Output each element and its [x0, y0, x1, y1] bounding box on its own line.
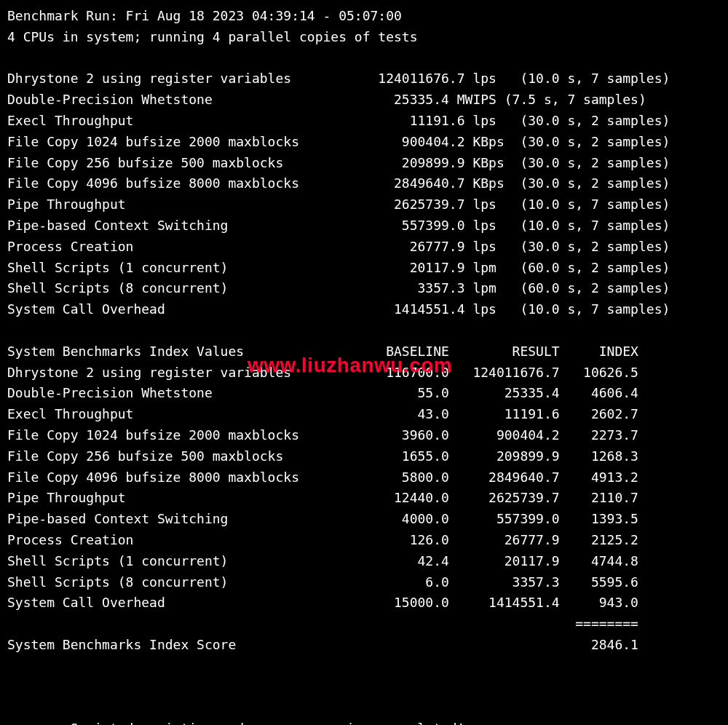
terminal-output: Benchmark Run: Fri Aug 18 2023 04:39:14 …	[0, 0, 728, 725]
